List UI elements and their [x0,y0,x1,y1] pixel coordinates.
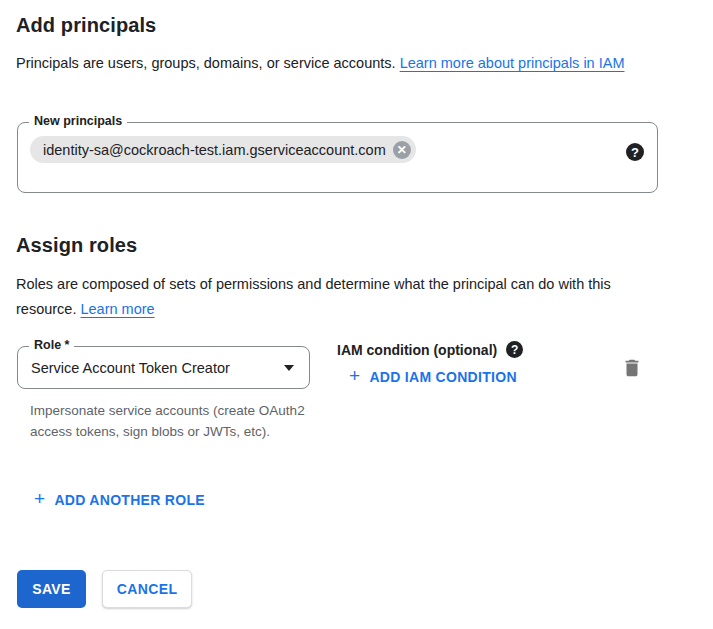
plus-icon: + [34,489,45,508]
chip-remove-icon[interactable]: ✕ [393,141,411,159]
role-helper-text: Impersonate service accounts (create OAu… [30,400,326,442]
help-icon[interactable]: ? [626,143,644,161]
learn-more-principals-link[interactable]: Learn more about principals in IAM [400,55,625,71]
add-iam-condition-label: ADD IAM CONDITION [369,369,516,385]
add-principals-panel: Add principals Principals are users, gro… [0,0,713,629]
delete-role-button[interactable] [619,355,645,381]
principals-description-text: Principals are users, groups, domains, o… [16,55,400,71]
role-select[interactable]: Role * Service Account Token Creator [17,346,310,389]
principal-chip-value: identity-sa@cockroach-test.iam.gservicea… [43,142,386,158]
page-title: Add principals [16,14,156,37]
role-label: Role * [29,338,74,352]
trash-icon [621,357,643,379]
add-another-role-label: ADD ANOTHER ROLE [54,492,205,508]
add-another-role-button[interactable]: + ADD ANOTHER ROLE [34,491,205,508]
add-iam-condition-button[interactable]: + ADD IAM CONDITION [349,368,517,385]
plus-icon: + [349,366,360,385]
iam-condition-help-icon[interactable]: ? [506,341,523,358]
roles-description: Roles are composed of sets of permission… [16,272,664,322]
new-principals-field[interactable]: New principals identity-sa@cockroach-tes… [17,122,658,193]
principal-chip[interactable]: identity-sa@cockroach-test.iam.gservicea… [30,136,416,163]
save-button[interactable]: SAVE [17,570,86,608]
learn-more-roles-link[interactable]: Learn more [80,301,154,317]
iam-condition-label-row: IAM condition (optional) ? [337,341,523,358]
new-principals-label: New principals [29,114,127,128]
cancel-button[interactable]: CANCEL [102,570,192,608]
chevron-down-icon [284,365,294,371]
principals-description: Principals are users, groups, domains, o… [16,51,664,76]
role-selected-value: Service Account Token Creator [31,360,230,376]
iam-condition-label: IAM condition (optional) [337,342,497,358]
assign-roles-title: Assign roles [16,234,137,257]
